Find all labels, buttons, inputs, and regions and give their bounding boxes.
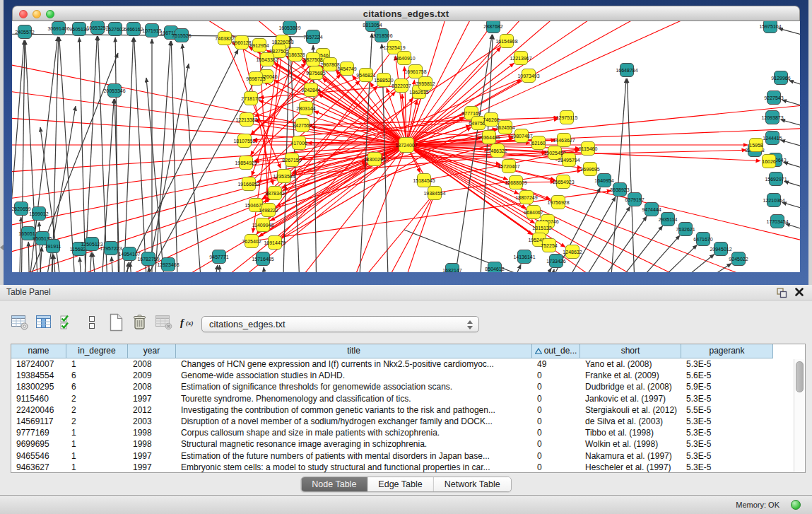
cell-out_de[interactable]: 49 (532, 358, 580, 370)
cell-title[interactable]: Structural magnetic resonance image aver… (176, 438, 532, 450)
cell-pagerank[interactable]: 5.9E-5 (681, 381, 773, 392)
cell-pagerank[interactable]: 5.3E-5 (681, 462, 773, 473)
cell-title[interactable]: Embryonic stem cells: a model to study s… (176, 462, 532, 473)
cell-short[interactable]: Stergiakouli et al. (2012) (580, 404, 681, 416)
cell-pagerank[interactable]: 5.3E-5 (681, 438, 773, 450)
cell-in_degree[interactable]: 6 (66, 370, 128, 381)
tab-node-table[interactable]: Node Table (301, 477, 367, 491)
cell-pagerank[interactable]: 5.6E-5 (681, 370, 773, 381)
column-header-short[interactable]: short (580, 344, 681, 358)
panel-collapse-handle[interactable] (0, 245, 4, 250)
cell-in_degree[interactable]: 2 (66, 393, 128, 404)
tab-edge-table[interactable]: Edge Table (367, 477, 433, 491)
cell-title[interactable]: Genome-wide association studies in ADHD. (176, 370, 532, 381)
table-select-dropdown[interactable]: citations_edges.txt (201, 316, 479, 332)
column-header-name[interactable]: name (11, 344, 66, 358)
cell-year[interactable]: 2012 (128, 404, 176, 416)
cell-out_de[interactable]: 0 (532, 393, 580, 404)
minimize-window-button[interactable] (33, 10, 41, 18)
cell-title[interactable]: Estimation of the future numbers of pati… (176, 450, 532, 462)
cell-year[interactable]: 1997 (128, 462, 176, 473)
close-panel-icon[interactable] (794, 286, 805, 298)
cell-short[interactable]: Hescheler et al. (1997) (580, 462, 681, 473)
cell-title[interactable]: Investigating the contribution of common… (176, 404, 532, 416)
table-row[interactable]: 1830029562008Estimation of significance … (11, 381, 805, 392)
cell-out_de[interactable]: 0 (532, 381, 580, 392)
cell-name[interactable]: 18300295 (11, 381, 66, 392)
cell-pagerank[interactable]: 5.3E-5 (681, 427, 773, 438)
column-header-in_degree[interactable]: in_degree (66, 344, 128, 358)
cell-year[interactable]: 2003 (128, 416, 176, 427)
cell-out_de[interactable]: 0 (532, 438, 580, 450)
cell-year[interactable]: 2008 (128, 358, 176, 370)
zoom-window-button[interactable] (46, 10, 54, 18)
cell-out_de[interactable]: 0 (532, 427, 580, 438)
table-settings-icon[interactable] (10, 313, 30, 332)
cell-name[interactable]: 18724007 (11, 358, 66, 370)
table-row[interactable]: 969969511998Structural magnetic resonanc… (11, 438, 805, 450)
function-builder-icon[interactable]: f(x) (178, 313, 198, 332)
cell-title[interactable]: Tourette syndrome. Phenomenology and cla… (176, 393, 532, 404)
cell-out_de[interactable]: 0 (532, 416, 580, 427)
delete-icon[interactable] (130, 313, 150, 332)
cell-name[interactable]: 9115460 (11, 393, 66, 404)
table-scrollbar[interactable] (794, 359, 804, 472)
cell-title[interactable]: Estimation of significance thresholds fo… (176, 381, 532, 392)
cell-in_degree[interactable]: 2 (66, 416, 128, 427)
cell-pagerank[interactable]: 5.5E-5 (681, 404, 773, 416)
network-canvas[interactable]: 2405572306914069505130106532571527602646… (12, 21, 800, 272)
table-row[interactable]: 946554611997Estimation of the future num… (11, 450, 805, 462)
node-attribute-table[interactable]: namein_degreeyeartitleout_de...shortpage… (11, 344, 806, 473)
cell-year[interactable]: 1998 (128, 438, 176, 450)
cell-out_de[interactable]: 0 (532, 404, 580, 416)
delete-table-icon[interactable] (154, 313, 174, 332)
column-header-title[interactable]: title (176, 344, 532, 358)
select-columns-icon[interactable] (34, 313, 54, 332)
cell-short[interactable]: Wolkin et al. (1998) (580, 438, 681, 450)
cell-pagerank[interactable]: 5.3E-5 (681, 358, 773, 370)
table-row[interactable]: 911546021997Tourette syndrome. Phenomeno… (11, 393, 805, 404)
column-header-pagerank[interactable]: pagerank (681, 344, 773, 358)
table-row[interactable]: 1938455462009Genome-wide association stu… (11, 370, 805, 381)
memory-ok-indicator-icon[interactable] (791, 500, 801, 510)
table-row[interactable]: 946362711997Embryonic stem cells: a mode… (11, 462, 805, 473)
cell-title[interactable]: Disruption of a novel member of a sodium… (176, 416, 532, 427)
selection-filter-icon[interactable] (58, 313, 78, 332)
row-height-icon[interactable] (82, 313, 102, 332)
cell-in_degree[interactable]: 1 (66, 450, 128, 462)
cell-in_degree[interactable]: 1 (66, 438, 128, 450)
float-panel-icon[interactable] (775, 286, 788, 299)
cell-title[interactable]: Corpus callosum shape and size in male p… (176, 427, 532, 438)
cell-name[interactable]: 14569117 (11, 416, 66, 427)
table-row[interactable]: 1456911722003Disruption of a novel membe… (11, 416, 805, 427)
cell-out_de[interactable]: 0 (532, 450, 580, 462)
column-header-out_de[interactable]: out_de... (532, 344, 580, 358)
cell-out_de[interactable]: 0 (532, 462, 580, 473)
cell-in_degree[interactable]: 1 (66, 427, 128, 438)
cell-in_degree[interactable]: 1 (66, 358, 128, 370)
cell-short[interactable]: de Silva et al. (2003) (580, 416, 681, 427)
close-window-button[interactable] (19, 10, 28, 18)
cell-name[interactable]: 9699695 (11, 438, 66, 450)
scrollbar-thumb[interactable] (796, 361, 804, 392)
cell-out_de[interactable]: 0 (532, 370, 580, 381)
table-row[interactable]: 977716911998Corpus callosum shape and si… (11, 427, 805, 438)
network-window-titlebar[interactable]: citations_edges.txt (12, 6, 800, 21)
cell-short[interactable]: Jankovic et al. (1997) (580, 393, 681, 404)
cell-name[interactable]: 9465546 (11, 450, 66, 462)
table-row[interactable]: 1872400712008Changes of HCN gene express… (11, 358, 805, 370)
cell-short[interactable]: Dudbridge et al. (2008) (580, 381, 681, 392)
tab-network-table[interactable]: Network Table (433, 477, 511, 491)
cell-in_degree[interactable]: 2 (66, 404, 128, 416)
cell-in_degree[interactable]: 1 (66, 462, 128, 473)
table-row[interactable]: 2242004622012Investigating the contribut… (11, 404, 805, 416)
cell-year[interactable]: 1997 (128, 393, 176, 404)
network-graph[interactable]: 2405572306914069505130106532571527602646… (12, 21, 800, 272)
cell-in_degree[interactable]: 6 (66, 381, 128, 392)
cell-pagerank[interactable]: 5.3E-5 (681, 393, 773, 404)
cell-name[interactable]: 9463627 (11, 462, 66, 473)
cell-year[interactable]: 2008 (128, 381, 176, 392)
cell-short[interactable]: Franke et al. (2009) (580, 370, 681, 381)
cell-short[interactable]: Yano et al. (2008) (580, 358, 681, 370)
cell-title[interactable]: Changes of HCN gene expression and I(f) … (176, 358, 532, 370)
